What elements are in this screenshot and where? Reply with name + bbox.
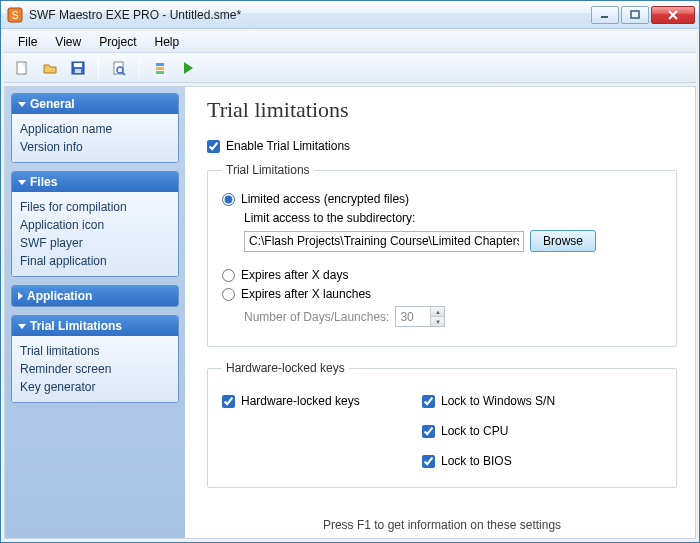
spinner-down-icon[interactable]: ▼ [431, 317, 444, 326]
close-button[interactable] [651, 6, 695, 24]
lock-cpu-checkbox[interactable] [422, 425, 435, 438]
hw-keys-checkbox[interactable] [222, 395, 235, 408]
window-title: SWF Maestro EXE PRO - Untitled.sme* [29, 8, 591, 22]
menu-project[interactable]: Project [91, 33, 144, 51]
svg-rect-14 [156, 63, 164, 66]
maximize-button[interactable] [621, 6, 649, 24]
svg-rect-9 [74, 63, 82, 67]
sidebar-item-final-application[interactable]: Final application [20, 252, 170, 270]
sidebar-title: Trial Limitations [30, 319, 122, 333]
chevron-down-icon [18, 180, 26, 185]
lock-windows-label: Lock to Windows S/N [441, 394, 555, 408]
sidebar-item-application-name[interactable]: Application name [20, 120, 170, 138]
sidebar-group-files: Files Files for compilation Application … [11, 171, 179, 277]
build-icon[interactable] [148, 56, 172, 80]
num-days-spinner[interactable]: ▲ ▼ [395, 306, 445, 327]
sidebar-header-application[interactable]: Application [12, 286, 178, 306]
sidebar-item-key-generator[interactable]: Key generator [20, 378, 170, 396]
svg-marker-17 [184, 62, 193, 74]
enable-trial-label: Enable Trial Limitations [226, 139, 350, 153]
sidebar-group-application: Application [11, 285, 179, 307]
lock-windows-checkbox[interactable] [422, 395, 435, 408]
radio-expires-launches[interactable] [222, 288, 235, 301]
sidebar-header-files[interactable]: Files [12, 172, 178, 192]
menu-bar: File View Project Help [4, 31, 696, 53]
menu-help[interactable]: Help [147, 33, 188, 51]
open-icon[interactable] [38, 56, 62, 80]
sidebar: General Application name Version info Fi… [5, 87, 185, 538]
radio-limited-access[interactable] [222, 193, 235, 206]
chevron-right-icon [18, 292, 23, 300]
svg-rect-16 [156, 71, 164, 74]
page-title: Trial limitations [207, 97, 677, 123]
sidebar-title: Files [30, 175, 57, 189]
svg-rect-15 [156, 67, 164, 70]
main-panel: Trial limitations Enable Trial Limitatio… [185, 87, 695, 538]
sidebar-title: Application [27, 289, 92, 303]
fieldset-hardware-keys: Hardware-locked keys Hardware-locked key… [207, 361, 677, 488]
app-window: S SWF Maestro EXE PRO - Untitled.sme* Fi… [0, 0, 700, 543]
lock-cpu-label: Lock to CPU [441, 424, 508, 438]
sidebar-item-version-info[interactable]: Version info [20, 138, 170, 156]
lock-bios-label: Lock to BIOS [441, 454, 512, 468]
body: General Application name Version info Fi… [4, 86, 696, 539]
radio-expires-launches-label: Expires after X launches [241, 287, 371, 301]
subdir-input[interactable] [244, 231, 524, 252]
radio-expires-days-label: Expires after X days [241, 268, 348, 282]
browse-button[interactable]: Browse [530, 230, 596, 252]
sidebar-item-files-compilation[interactable]: Files for compilation [20, 198, 170, 216]
radio-expires-days[interactable] [222, 269, 235, 282]
fieldset-trial-limitations: Trial Limitations Limited access (encryp… [207, 163, 677, 347]
chevron-down-icon [18, 324, 26, 329]
sidebar-header-general[interactable]: General [12, 94, 178, 114]
svg-rect-3 [631, 11, 639, 18]
svg-text:S: S [12, 10, 19, 21]
sidebar-item-application-icon[interactable]: Application icon [20, 216, 170, 234]
app-icon: S [7, 7, 23, 23]
svg-rect-10 [75, 69, 81, 73]
toolbar [4, 53, 696, 83]
play-icon[interactable] [176, 56, 200, 80]
sidebar-item-trial-limitations[interactable]: Trial limitations [20, 342, 170, 360]
sidebar-item-swf-player[interactable]: SWF player [20, 234, 170, 252]
subdir-label: Limit access to the subdirectory: [244, 211, 662, 225]
fieldset-hardware-legend: Hardware-locked keys [222, 361, 349, 375]
spinner-up-icon[interactable]: ▲ [431, 307, 444, 317]
lock-bios-checkbox[interactable] [422, 455, 435, 468]
preview-icon[interactable] [107, 56, 131, 80]
menu-file[interactable]: File [10, 33, 45, 51]
sidebar-group-general: General Application name Version info [11, 93, 179, 163]
title-bar: S SWF Maestro EXE PRO - Untitled.sme* [1, 1, 699, 29]
menu-view[interactable]: View [47, 33, 89, 51]
fieldset-trial-legend: Trial Limitations [222, 163, 314, 177]
radio-limited-access-label: Limited access (encrypted files) [241, 192, 409, 206]
svg-line-13 [122, 72, 125, 75]
chevron-down-icon [18, 102, 26, 107]
hw-keys-label: Hardware-locked keys [241, 394, 360, 408]
sidebar-group-trial-limitations: Trial Limitations Trial limitations Remi… [11, 315, 179, 403]
minimize-button[interactable] [591, 6, 619, 24]
sidebar-header-trial-limitations[interactable]: Trial Limitations [12, 316, 178, 336]
sidebar-item-reminder-screen[interactable]: Reminder screen [20, 360, 170, 378]
new-icon[interactable] [10, 56, 34, 80]
footer-hint: Press F1 to get information on these set… [207, 512, 677, 534]
num-days-label: Number of Days/Launches: [244, 310, 389, 324]
sidebar-title: General [30, 97, 75, 111]
enable-trial-checkbox[interactable] [207, 140, 220, 153]
num-days-input[interactable] [396, 307, 430, 326]
save-icon[interactable] [66, 56, 90, 80]
